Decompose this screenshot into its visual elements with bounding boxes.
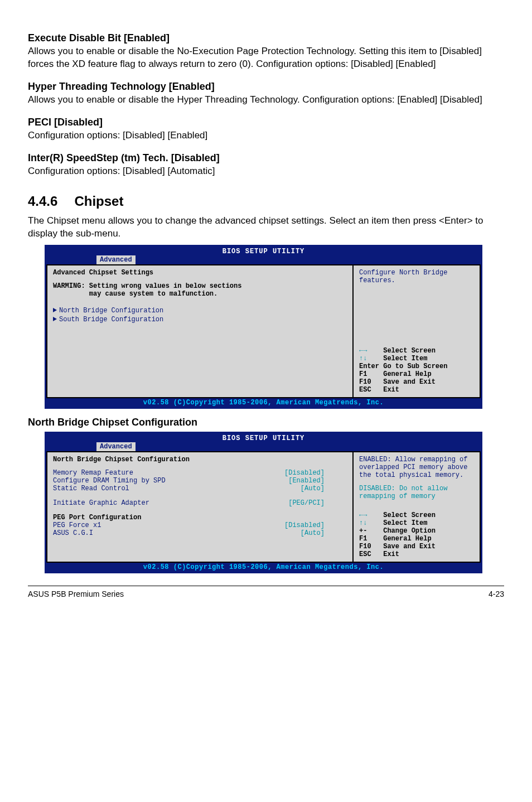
footer-left: ASUS P5B Premium Series [28,590,124,598]
bios-header: BIOS SETUP UTILITY [46,247,481,255]
desc-peci: Configuration options: [Disabled] [Enabl… [28,129,504,142]
bios-footer: v02.58 (C)Copyright 1985-2006, American … [46,563,481,572]
bios-pane-title: Advanced Chipset Settings [53,269,347,277]
section-title: Chipset [74,194,123,209]
bios-tab-advanced[interactable]: Advanced [96,442,136,451]
bios-nav-block: ←→ Select Screen ↑↓ Select Item +- Chang… [359,511,474,558]
arrows-lr-icon: ←→ [359,511,367,519]
bios-link-north-bridge[interactable]: North Bridge Configuration [53,307,347,315]
bios-subhead-peg: PEG Port Configuration [53,514,347,521]
bios-row-peg-force[interactable]: PEG Force x1[Disabled] [53,521,347,529]
bios-help-text: ENABLED: Allow remapping of overlapped P… [359,456,474,500]
bios-link-south-bridge[interactable]: South Bridge Configuration [53,316,347,323]
bios-tab-row: Advanced [46,255,481,264]
triangle-icon [53,317,57,321]
desc-speedstep: Configuration options: [Disabled] [Autom… [28,165,504,178]
heading-speedstep: Inter(R) SpeedStep (tm) Tech. [Disabled] [28,152,504,164]
footer-rule [28,586,504,586]
heading-hyper-threading: Hyper Threading Technology [Enabled] [28,81,504,93]
desc-execute-disable: Allows you to enable or disable the No-E… [28,45,504,71]
section-number: 4.4.6 [28,194,57,209]
bios-row-graphic-adapter[interactable]: Initiate Graphic Adapter[PEG/PCI] [53,499,347,507]
bios-pane-title: North Bridge Chipset Configuration [53,456,347,463]
footer-right: 4-23 [489,590,504,598]
heading-chipset: 4.4.6Chipset [28,194,504,209]
arrows-ud-icon: ↑↓ [359,519,367,527]
arrows-lr-icon: ←→ [359,347,367,355]
bios-row-static-read[interactable]: Static Read Control[Auto] [53,485,347,492]
bios-tab-row: Advanced [46,442,481,451]
bios-warning: WARMING: Setting wrong values in below s… [53,282,347,298]
bios-footer: v02.58 (C)Copyright 1985-2006, American … [46,398,481,407]
bios-panel-advanced-chipset: BIOS SETUP UTILITY Advanced Advanced Chi… [45,245,482,409]
bios-nav-block: ←→ Select Screen ↑↓ Select Item Enter Go… [359,347,474,394]
arrows-ud-icon: ↑↓ [359,355,367,363]
bios-panel-north-bridge: BIOS SETUP UTILITY Advanced North Bridge… [45,432,482,573]
desc-chipset: The Chipset menu allows you to change th… [28,215,504,240]
desc-hyper-threading: Allows you to enable or disable the Hype… [28,94,504,107]
bios-left-pane: Advanced Chipset Settings WARMING: Setti… [46,264,352,398]
bios-row-memory-remap[interactable]: Memory Remap Feature[Disabled] [53,469,347,477]
heading-north-bridge-config: North Bridge Chipset Configuration [28,417,504,428]
bios-help-text: Configure North Bridge features. [359,269,474,284]
bios-tab-advanced[interactable]: Advanced [96,255,136,264]
heading-peci: PECI [Disabled] [28,117,504,128]
triangle-icon [53,308,57,312]
bios-row-asus-cgi[interactable]: ASUS C.G.I[Auto] [53,529,347,537]
bios-right-pane: ENABLED: Allow remapping of overlapped P… [352,451,481,563]
bios-header: BIOS SETUP UTILITY [46,433,481,442]
bios-left-pane: North Bridge Chipset Configuration Memor… [46,451,352,563]
heading-execute-disable: Execute Disable Bit [Enabled] [28,32,504,44]
bios-row-dram-timing[interactable]: Configure DRAM Timing by SPD[Enabled] [53,477,347,485]
bios-right-pane: Configure North Bridge features. ←→ Sele… [352,264,481,398]
page-footer: ASUS P5B Premium Series 4-23 [28,590,504,598]
